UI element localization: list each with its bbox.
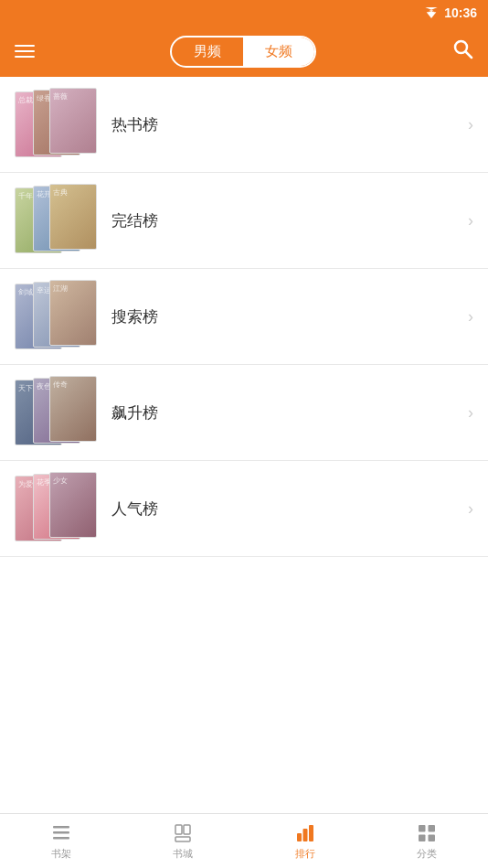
list-item-hot[interactable]: 总裁的微草 绿香 蔷薇 热书榜 › — [0, 77, 488, 173]
nav-store-label: 书城 — [173, 847, 193, 861]
book-cover: 蔷薇 — [49, 88, 97, 154]
svg-rect-14 — [309, 825, 313, 841]
list-item-complete[interactable]: 千年 花开 古典 完结榜 › — [0, 173, 488, 269]
bottom-navigation: 书架 书城 排行 分类 — [0, 813, 488, 868]
tab-female[interactable]: 女频 — [243, 38, 314, 66]
list-item-label-hot: 热书榜 — [111, 114, 461, 135]
svg-rect-9 — [175, 825, 182, 834]
ranking-icon — [294, 822, 316, 844]
store-icon — [172, 822, 194, 844]
status-time: 10:36 — [444, 5, 477, 20]
svg-rect-6 — [53, 826, 69, 829]
nav-ranking-label: 排行 — [295, 847, 315, 861]
cover-stack-hot: 总裁的微草 绿香 蔷薇 — [15, 88, 97, 161]
chevron-icon-hot: › — [468, 115, 473, 134]
svg-rect-11 — [175, 837, 190, 841]
chevron-icon-popular: › — [468, 499, 473, 519]
svg-rect-16 — [429, 825, 436, 832]
gender-tab-switcher: 男频 女频 — [170, 36, 316, 68]
nav-ranking[interactable]: 排行 — [244, 817, 366, 866]
list-item-label-rise: 飙升榜 — [111, 402, 461, 423]
cover-stack-search: 剑域 幸运 江湖 — [15, 280, 97, 353]
svg-rect-17 — [419, 834, 426, 841]
svg-rect-13 — [302, 829, 307, 841]
chevron-icon-search: › — [468, 307, 473, 327]
main-content: 总裁的微草 绿香 蔷薇 热书榜 › 千年 花开 古典 完结榜 › — [0, 77, 488, 813]
svg-rect-10 — [184, 825, 190, 834]
svg-rect-18 — [429, 834, 436, 841]
list-item-search[interactable]: 剑域 幸运 江湖 搜索榜 › — [0, 269, 488, 365]
chevron-icon-complete: › — [468, 211, 473, 230]
svg-rect-12 — [297, 833, 302, 841]
status-bar: 10:36 — [0, 0, 488, 26]
book-cover: 传奇 — [49, 376, 97, 442]
chevron-icon-rise: › — [468, 403, 473, 423]
list-item-rise[interactable]: 天下 夜色 传奇 飙升榜 › — [0, 365, 488, 461]
cover-stack-rise: 天下 夜色 传奇 — [15, 376, 97, 449]
cover-stack-complete: 千年 花开 古典 — [15, 184, 97, 257]
book-cover: 少女 — [49, 472, 97, 538]
category-icon — [416, 822, 438, 844]
svg-marker-3 — [426, 7, 438, 10]
app-header: 男频 女频 — [0, 26, 488, 77]
search-button[interactable] — [451, 38, 473, 65]
menu-button[interactable] — [15, 45, 35, 58]
bookshelf-icon — [50, 822, 72, 844]
svg-rect-7 — [53, 831, 69, 834]
book-cover: 江湖 — [49, 280, 97, 346]
book-cover: 古典 — [49, 184, 97, 250]
wifi-icon — [424, 7, 439, 18]
nav-category[interactable]: 分类 — [366, 817, 489, 866]
list-item-label-popular: 人气榜 — [111, 498, 461, 520]
svg-rect-15 — [419, 825, 426, 832]
nav-store[interactable]: 书城 — [122, 817, 245, 866]
nav-category-label: 分类 — [417, 847, 437, 861]
list-item-label-complete: 完结榜 — [111, 210, 461, 231]
svg-rect-8 — [53, 837, 69, 840]
nav-bookshelf[interactable]: 书架 — [0, 817, 122, 866]
list-item-popular[interactable]: 为爱痴狂 花季 少女 人气榜 › — [0, 461, 488, 557]
svg-line-5 — [466, 52, 472, 59]
tab-male[interactable]: 男频 — [172, 38, 243, 66]
nav-bookshelf-label: 书架 — [51, 847, 71, 861]
list-item-label-search: 搜索榜 — [111, 306, 461, 327]
cover-stack-popular: 为爱痴狂 花季 少女 — [15, 472, 97, 545]
